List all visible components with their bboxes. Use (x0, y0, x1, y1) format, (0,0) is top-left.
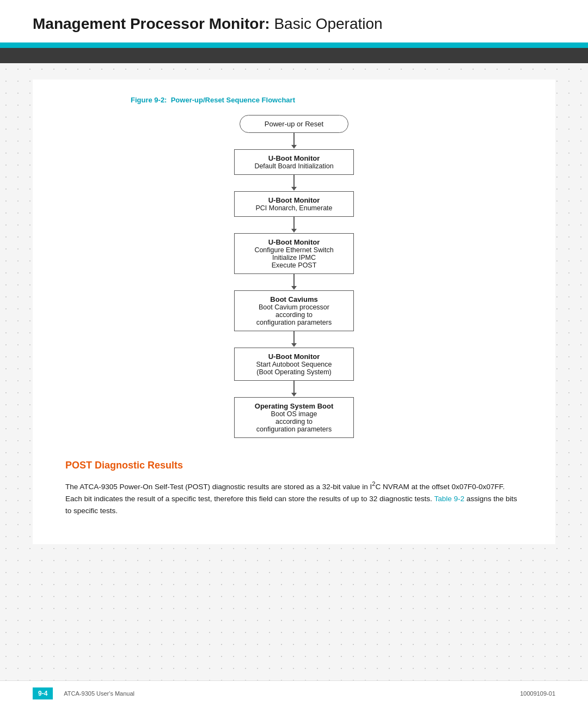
flowchart-arrow-6 (291, 381, 297, 397)
flowchart-start: Power-up or Reset (240, 115, 348, 133)
title-normal: Basic Operation (274, 15, 382, 32)
figure-label: Figure 9-2: (131, 96, 167, 104)
flowchart-box-6: Operating System Boot Boot OS imageaccor… (234, 397, 354, 438)
dark-bar (0, 48, 588, 63)
flowchart-arrow-1 (291, 133, 297, 149)
content-area: Figure 9-2: Power-up/Reset Sequence Flow… (0, 63, 588, 680)
box-6-title: Operating System Boot (246, 402, 342, 410)
figure-caption-text: Power-up/Reset Sequence Flowchart (171, 96, 295, 104)
post-body: The ATCA-9305 Power-On Self-Test (POST) … (65, 479, 523, 517)
flowchart-arrow-4 (291, 274, 297, 290)
box-2-title: U-Boot Monitor (246, 196, 342, 204)
start-label: Power-up or Reset (265, 120, 323, 128)
flowchart-arrow-3 (291, 217, 297, 233)
box-4-title: Boot Caviums (246, 295, 342, 303)
title-bold: Management Processor Monitor: (33, 15, 270, 32)
flowchart-box-1: U-Boot Monitor Default Board Initializat… (234, 149, 354, 175)
box-4-subtitle: Boot Cavium processoraccording toconfigu… (246, 303, 342, 326)
flowchart-box-4: Boot Caviums Boot Cavium processoraccord… (234, 290, 354, 331)
white-panel: Figure 9-2: Power-up/Reset Sequence Flow… (33, 80, 555, 544)
box-5-title: U-Boot Monitor (246, 352, 342, 361)
post-section: POST Diagnostic Results The ATCA-9305 Po… (65, 460, 523, 517)
flowchart-arrow-5 (291, 331, 297, 348)
box-2-subtitle: PCI Monarch, Enumerate (246, 204, 342, 212)
box-1-subtitle: Default Board Initialization (246, 162, 342, 170)
flowchart-box-2: U-Boot Monitor PCI Monarch, Enumerate (234, 191, 354, 217)
box-5-subtitle: Start Autoboot Sequence(Boot Operating S… (246, 361, 342, 376)
flowchart: Power-up or Reset U-Boot Monitor Default… (65, 115, 523, 438)
manual-name: ATCA-9305 User's Manual (64, 690, 520, 697)
page-title: Management Processor Monitor: Basic Oper… (33, 15, 555, 33)
footer: 9-4 ATCA-9305 User's Manual 10009109-01 (0, 680, 588, 706)
box-3-subtitle: Configure Ethernet SwitchInitialize IPMC… (246, 246, 342, 269)
figure-caption: Figure 9-2: Power-up/Reset Sequence Flow… (131, 96, 523, 104)
page-number-badge: 9-4 (33, 687, 53, 699)
cyan-bar (0, 42, 588, 48)
box-3-title: U-Boot Monitor (246, 238, 342, 246)
post-body-part1: The ATCA-9305 Power-On Self-Test (POST) … (65, 483, 372, 491)
post-title: POST Diagnostic Results (65, 460, 523, 471)
doc-number: 10009109-01 (520, 690, 555, 697)
flowchart-arrow-2 (291, 175, 297, 191)
header: Management Processor Monitor: Basic Oper… (0, 0, 588, 42)
box-1-title: U-Boot Monitor (246, 154, 342, 162)
flowchart-box-3: U-Boot Monitor Configure Ethernet Switch… (234, 233, 354, 274)
box-6-subtitle: Boot OS imageaccording toconfiguration p… (246, 410, 342, 433)
flowchart-box-5: U-Boot Monitor Start Autoboot Sequence(B… (234, 348, 354, 381)
post-table-link[interactable]: Table 9-2 (434, 495, 464, 503)
page: Management Processor Monitor: Basic Oper… (0, 0, 588, 706)
